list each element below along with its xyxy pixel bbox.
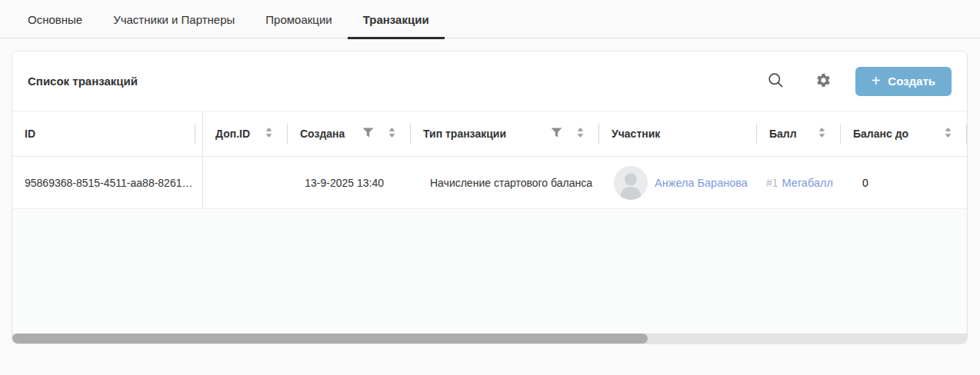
column-header-id: ID [12,111,203,156]
tab-main[interactable]: Основные [12,0,98,39]
sort-icon[interactable] [577,128,584,140]
sort-icon[interactable] [265,128,272,140]
cell-balance-before: 0 [841,157,868,208]
column-header-extra-id[interactable]: Доп.ID [203,111,288,156]
tab-transactions[interactable]: Транзакции [348,0,445,39]
score-currency-link[interactable]: Мегабалл [782,177,833,189]
table-row[interactable]: 95869368-8515-4511-aa88-8261… 13-9-2025 … [12,157,967,209]
panel-actions: + Создать [768,67,952,96]
horizontal-scrollbar-thumb[interactable] [12,334,648,343]
column-header-created[interactable]: Создана [288,111,411,156]
cell-participant: Анжела Баранова [599,157,757,208]
cell-id: 95869368-8515-4511-aa88-8261… [12,157,203,208]
filter-icon[interactable] [362,128,374,140]
column-header-transaction-type[interactable]: Тип транзакции [411,111,599,156]
horizontal-scrollbar-track[interactable] [12,334,967,343]
score-rank: #1 [766,177,778,189]
column-label: Баланс до [853,128,908,140]
column-header-score[interactable]: Балл [757,111,841,156]
tab-bar: Основные Участники и Партнеры Промоакции… [0,0,980,38]
cell-created: 13-9-2025 13:40 [288,157,411,208]
column-label: Тип транзакции [423,128,506,140]
column-label: ID [25,128,35,140]
column-header-participant: Участник [599,111,757,156]
tab-promos[interactable]: Промоакции [250,0,347,39]
sort-icon[interactable] [945,128,952,140]
participant-link[interactable]: Анжела Баранова [655,177,748,189]
gear-icon [815,72,832,91]
create-button[interactable]: + Создать [855,67,952,96]
cell-transaction-type: Начисление стартового баланса [411,157,599,208]
column-label: Создана [300,128,345,140]
transactions-panel: Список транзакций + Созда [12,51,968,344]
column-header-balance-before[interactable]: Баланс до [841,111,967,156]
tab-participants-partners[interactable]: Участники и Партнеры [98,0,250,39]
column-label: Участник [612,128,660,140]
avatar [614,166,648,200]
sort-icon[interactable] [388,128,395,140]
cell-score: #1 Мегабалл [757,157,841,208]
column-label: Балл [769,128,797,140]
settings-button[interactable] [815,72,832,91]
plus-icon: + [872,73,881,88]
sort-icon[interactable] [818,128,825,140]
panel-header: Список транзакций + Созда [12,51,967,111]
search-icon [768,72,784,91]
page-title: Список транзакций [28,75,138,88]
table-header: ID Доп.ID Создана [12,111,967,157]
search-button[interactable] [768,72,784,91]
cell-extra-id [203,157,288,208]
create-button-label: Создать [888,75,935,88]
filter-icon[interactable] [551,128,562,140]
column-label: Доп.ID [215,128,250,140]
